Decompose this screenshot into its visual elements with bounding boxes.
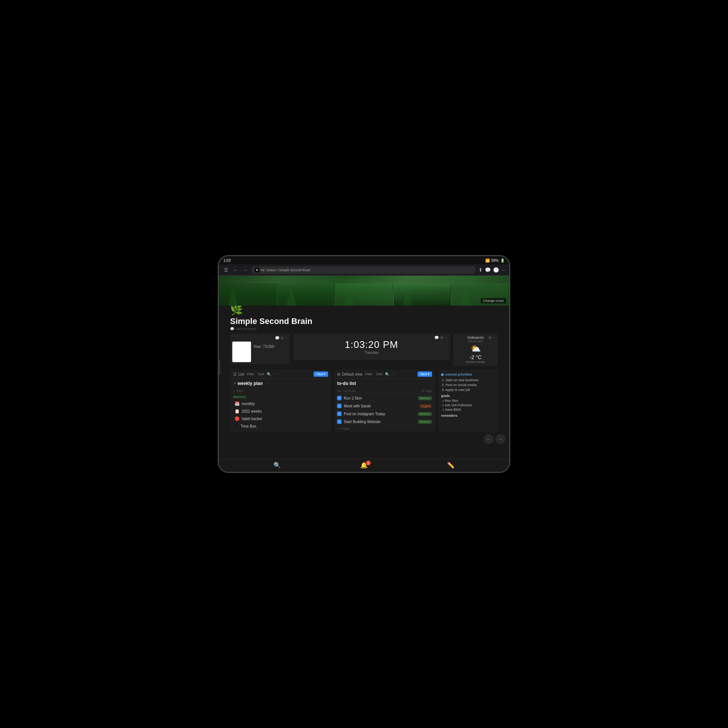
weather-more-icon[interactable]: ··· — [493, 336, 496, 340]
todo-add-new[interactable]: + + New — [334, 426, 435, 432]
nav-back-arrow[interactable]: ← — [484, 434, 494, 444]
goal-text-1: Run 5km — [445, 399, 458, 402]
weather-description: broken clouds — [457, 360, 494, 364]
nav-forward-arrow[interactable]: → — [496, 434, 505, 444]
2022-weeks-label: 2022 weeks — [242, 409, 322, 413]
weekly-plan-search-icon[interactable]: 🔍 — [267, 372, 271, 376]
monthly-dots[interactable]: ··· — [324, 402, 327, 406]
add-comment-label: Add comment — [236, 327, 257, 331]
change-cover-button[interactable]: Change cover — [481, 298, 506, 303]
status-bar-left: 1:03 — [223, 258, 231, 263]
content-area: Change cover 🌿 Simple Second Brain 💬 Add… — [219, 276, 509, 458]
priorities-dot — [441, 373, 444, 376]
todo-col-tags-label: tags — [426, 389, 432, 393]
todo-item-website: ✓ Start Building Website Medium — [334, 418, 435, 426]
tab-search[interactable]: 🔍 — [270, 460, 285, 471]
clock-view-icon[interactable]: ⊞ — [440, 336, 443, 340]
2022-weeks-icon: 📋 — [234, 409, 240, 414]
todo-checkbox-website[interactable]: ✓ — [337, 419, 341, 424]
goal-item-2: Get 100 Followers — [441, 403, 495, 407]
todo-view-label[interactable]: Default view — [342, 372, 362, 376]
aa-icon: Aa — [337, 389, 341, 393]
todo-col-name-label: Aa to-do — [343, 389, 356, 393]
databases-row: ☰ List Filter Sort 🔍 ··· New ▾ ↗ — [230, 370, 498, 432]
calendar-comment-icon[interactable]: 💬 — [275, 336, 280, 340]
goal-text-2: Get 100 Followers — [445, 403, 472, 407]
weather-view-icon[interactable]: ⊞ — [489, 336, 492, 340]
weekly-plan-sort-btn[interactable]: Sort — [257, 372, 266, 376]
todo-more-icon[interactable]: ··· — [391, 372, 394, 376]
timebox-label: Time Box. — [240, 424, 322, 428]
todo-checkbox-instagram[interactable]: ✓ — [337, 411, 341, 416]
todo-new-button[interactable]: New ▾ — [418, 372, 432, 377]
todo-new-label: New — [420, 372, 427, 376]
dir-item-monthly[interactable]: 📅 monthly ··· — [232, 400, 330, 407]
cover-panel-3 — [335, 283, 393, 306]
dir-item-2022-weeks[interactable]: 📋 2022 weeks ··· — [232, 408, 330, 415]
weekly-plan-add-label: New — [236, 389, 243, 393]
goal-text-3: Save $500 — [445, 408, 461, 411]
weekly-plan-title-dots[interactable]: ··· — [266, 381, 269, 386]
priorities-title: current priorities — [445, 373, 472, 376]
tab-notifications[interactable]: 🔔 1 — [356, 460, 372, 471]
todo-title: to-do list — [337, 381, 356, 386]
todo-tag-sarah: Urgent — [419, 404, 432, 408]
todo-sort-btn[interactable]: Sort — [375, 372, 384, 376]
weekly-plan-more-icon[interactable]: ··· — [273, 372, 276, 376]
dir-item-habit-tracker[interactable]: 🔴 habit tracker ··· — [232, 415, 330, 422]
weekly-plan-new-button[interactable]: New ▾ — [314, 372, 328, 377]
weekly-plan-new-chevron: ▾ — [324, 372, 326, 376]
address-bar[interactable]: N Mr. Notion / Simple Second Brain — [252, 266, 476, 274]
calendar-widget-header: 💬 ⊞ ··· — [232, 336, 288, 340]
status-time: 1:03 — [223, 258, 231, 263]
menu-icon[interactable]: ☰ — [223, 267, 229, 274]
status-bar-right: 📶 59% 🔋 — [485, 258, 505, 263]
todo-title-dots[interactable]: ··· — [359, 381, 363, 386]
tab-compose[interactable]: ✏️ — [443, 460, 458, 471]
todo-checkbox-sarah[interactable]: ✓ — [337, 404, 341, 408]
comment-icon: 💬 — [230, 327, 234, 331]
clock-more-icon[interactable]: ··· — [445, 336, 448, 340]
breadcrumb: Mr. Notion / Simple Second Brain — [261, 268, 310, 272]
calendar-view-icon[interactable]: ⊞ — [281, 336, 284, 340]
sidebar-handle[interactable] — [219, 359, 220, 375]
priorities-panel: current priorities 1. Start on new busin… — [438, 370, 498, 432]
habit-tracker-icon: 🔴 — [234, 416, 240, 421]
weekly-plan-arrow-icon: ↗ — [233, 382, 236, 385]
todo-filter-btn[interactable]: Filter — [364, 372, 373, 376]
clock-comment-icon[interactable]: 💬 — [434, 336, 439, 340]
forward-button[interactable]: → — [242, 267, 249, 274]
todo-checkbox-run[interactable]: ✓ — [337, 396, 341, 400]
cover-panel-4 — [393, 283, 451, 306]
weekly-plan-plus-icon: + — [233, 389, 235, 393]
todo-col-name: Aa Aa to-do — [337, 389, 422, 393]
calendar-visual — [232, 341, 251, 362]
add-comment-row[interactable]: 💬 Add comment — [230, 327, 498, 331]
cover-trees — [219, 283, 509, 306]
weekly-plan-filter-btn[interactable]: Filter — [246, 372, 255, 376]
comment-button[interactable]: 💬 — [485, 267, 491, 273]
wifi-icon: 📶 — [485, 258, 490, 263]
timebox-dots[interactable]: ··· — [324, 424, 327, 428]
goal-item-1: Run 5km — [441, 399, 495, 402]
directory-label: directory — [230, 394, 331, 400]
page-content: 🌿 Simple Second Brain 💬 Add comment 💬 ⊞ … — [219, 306, 509, 458]
browser-actions: ⬆ 💬 🕐 ··· — [479, 267, 505, 273]
todo-panel: ⊞ Default view Filter Sort 🔍 ··· New ▾ t — [334, 370, 435, 432]
timebox-icon: ⏱ — [234, 424, 239, 428]
share-button[interactable]: ⬆ — [479, 267, 483, 273]
back-button[interactable]: ← — [232, 267, 239, 274]
more-button[interactable]: ··· — [501, 267, 505, 273]
compose-icon: ✏️ — [447, 462, 454, 469]
tab-bar: 🔍 🔔 1 ✏️ — [219, 458, 509, 472]
calendar-more-icon[interactable]: ··· — [285, 336, 288, 340]
priority-num-2: 2. — [442, 383, 445, 387]
history-button[interactable]: 🕐 — [493, 267, 499, 273]
habit-tracker-dots[interactable]: ··· — [324, 417, 327, 421]
weekly-plan-view-label[interactable]: List — [238, 372, 244, 376]
page-title: Simple Second Brain — [230, 317, 498, 326]
dir-item-timebox[interactable]: ⏱ Time Box. ··· — [232, 423, 330, 430]
weekly-plan-add-new[interactable]: + New — [230, 388, 331, 394]
2022-weeks-dots[interactable]: ··· — [324, 409, 327, 413]
todo-search-icon[interactable]: 🔍 — [385, 372, 390, 376]
